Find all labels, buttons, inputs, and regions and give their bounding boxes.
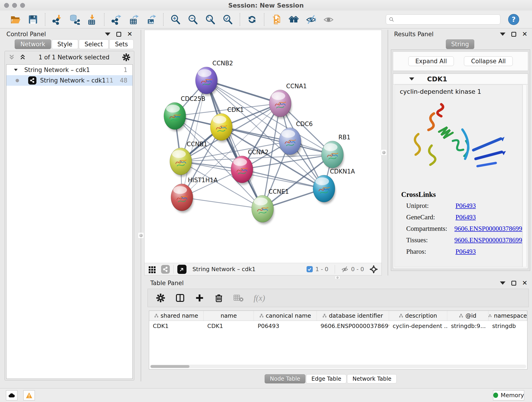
right-splitter[interactable]: [388, 30, 388, 275]
results-actions: Expand All Collapse All: [393, 51, 528, 71]
panel-menu-icon[interactable]: [500, 281, 505, 285]
network-edge-count: 48: [120, 77, 127, 84]
table-row[interactable]: CDK1CDK1P064939606.ENSP00000378699cyclin…: [149, 321, 527, 331]
float-panel-icon[interactable]: [116, 32, 121, 37]
node-label-CCNA1: CCNA1: [286, 83, 307, 89]
table-cell[interactable]: CDK1: [204, 321, 254, 331]
collapse-all-button[interactable]: Collapse All: [464, 56, 513, 66]
search-field[interactable]: [386, 14, 500, 25]
crosslink-value-link[interactable]: P06493: [456, 213, 476, 221]
gear-icon[interactable]: [122, 53, 130, 61]
table-cell[interactable]: stringdb:9...: [447, 321, 488, 331]
table-cell[interactable]: stringdb: [488, 321, 527, 331]
import-table-file-button[interactable]: [86, 13, 98, 26]
selected-items-checkbox[interactable]: [307, 266, 313, 272]
tab-select[interactable]: Select: [79, 39, 109, 49]
search-input[interactable]: [396, 16, 497, 23]
node-HIST1H1A[interactable]: HIST1H1A: [171, 177, 218, 213]
table-settings-gear-icon[interactable]: [156, 293, 165, 303]
export-network-button[interactable]: [110, 13, 122, 26]
import-network-database-button[interactable]: [69, 13, 81, 26]
section-expander-icon[interactable]: [409, 77, 414, 80]
tab-network-table[interactable]: Network Table: [347, 374, 397, 383]
column-header-canonical-name[interactable]: canonical name: [254, 311, 317, 321]
edge-HIST1H1A-CCNE1[interactable]: [182, 197, 263, 209]
column-header-name[interactable]: name: [204, 311, 254, 321]
close-panel-icon[interactable]: ✕: [522, 280, 527, 286]
delete-column-icon[interactable]: [214, 293, 223, 303]
table-cell[interactable]: P06493: [254, 321, 317, 331]
memory-button[interactable]: Memory: [493, 390, 524, 400]
expand-all-icon[interactable]: [19, 54, 26, 61]
cloud-button[interactable]: [6, 390, 17, 400]
column-header--id[interactable]: @id: [447, 311, 488, 321]
collapse-all-icon[interactable]: [8, 54, 15, 61]
column-header-database-identifier[interactable]: database identifier: [317, 311, 389, 321]
crosslink-value-link[interactable]: P06493: [456, 248, 476, 255]
tab-edge-table[interactable]: Edge Table: [306, 374, 346, 383]
right-splitter-handle[interactable]: [381, 149, 387, 155]
export-image-button[interactable]: [145, 13, 157, 26]
gene-section-header[interactable]: CDK1: [393, 74, 528, 84]
close-panel-icon[interactable]: ✕: [522, 31, 527, 37]
crosslink-value-link[interactable]: P06493: [456, 202, 476, 210]
network-row[interactable]: String Network – cdk1 11 48: [6, 75, 133, 86]
import-network-file-button[interactable]: [51, 13, 63, 26]
zoom-out-button[interactable]: [187, 13, 199, 26]
export-table-button[interactable]: [128, 13, 140, 26]
show-columns-icon[interactable]: [175, 293, 185, 303]
float-panel-icon[interactable]: [511, 281, 516, 286]
edge-CCNB2-CCNE1[interactable]: [206, 80, 263, 209]
zoom-fit-button[interactable]: [204, 13, 216, 26]
tab-sets[interactable]: Sets: [109, 39, 133, 49]
left-splitter[interactable]: [141, 30, 141, 381]
network-canvas[interactable]: CCNB2CCNA1CDC25BCDK1CDC6RB1CCNB1CCNA2CDK…: [145, 30, 381, 263]
open-session-button[interactable]: [10, 13, 22, 26]
column-header-shared-name[interactable]: shared name: [149, 311, 204, 321]
node-CCNA1[interactable]: CCNA1: [269, 83, 307, 119]
open-folder-icon: [10, 14, 21, 25]
table-hscrollbar[interactable]: [150, 365, 526, 368]
node-RB1[interactable]: RB1: [322, 134, 350, 170]
panel-menu-icon[interactable]: [500, 32, 505, 36]
zoom-in-button[interactable]: [170, 13, 181, 26]
column-header-description[interactable]: description: [389, 311, 447, 321]
node-CCNE1[interactable]: CCNE1: [252, 188, 289, 224]
node-CCNB1[interactable]: CCNB1: [170, 141, 207, 177]
network-graph[interactable]: CCNB2CCNA1CDC25BCDK1CDC6RB1CCNB1CCNA2CDK…: [145, 30, 381, 263]
network-collection-row[interactable]: String Network – cdk1 1: [6, 65, 133, 75]
left-splitter-handle[interactable]: [138, 232, 144, 238]
save-session-button[interactable]: [27, 13, 39, 26]
copy-network-button[interactable]: [270, 13, 282, 26]
column-header-namespace[interactable]: namespace: [488, 311, 527, 321]
first-neighbors-button[interactable]: [288, 13, 300, 26]
results-scrollbar[interactable]: [523, 85, 526, 267]
tab-network[interactable]: Network: [15, 39, 51, 49]
node-CDKN1A[interactable]: CDKN1A: [313, 168, 355, 204]
close-panel-icon[interactable]: ✕: [127, 31, 133, 37]
table-cell[interactable]: 9606.ENSP00000378699: [317, 321, 389, 331]
warnings-button[interactable]: [23, 390, 35, 400]
grid-view-icon[interactable]: [148, 265, 156, 273]
add-column-icon[interactable]: [195, 293, 204, 303]
table-cell[interactable]: CDK1: [149, 321, 204, 331]
open-in-window-icon[interactable]: [177, 265, 186, 274]
tab-node-table[interactable]: Node Table: [265, 374, 305, 383]
tree-expander-icon[interactable]: [13, 67, 18, 72]
table-cell[interactable]: cyclin-dependent ...: [389, 321, 447, 331]
fit-selected-icon[interactable]: [369, 265, 378, 274]
help-button[interactable]: ?: [508, 14, 519, 25]
crosslink-value-link[interactable]: 9606.ENSP00000378699: [454, 225, 522, 232]
tab-string[interactable]: String: [446, 39, 474, 49]
zoom-selected-button[interactable]: [222, 13, 234, 26]
panel-menu-icon[interactable]: [105, 32, 110, 36]
crosslink-value-link[interactable]: 9606.ENSP00000378699: [454, 236, 522, 244]
hide-selected-button[interactable]: [305, 13, 317, 26]
expand-all-button[interactable]: Expand All: [408, 56, 454, 66]
apply-style-button[interactable]: [246, 13, 258, 26]
float-panel-icon[interactable]: [511, 32, 516, 37]
node-CCNB2[interactable]: CCNB2: [196, 60, 233, 96]
tab-style[interactable]: Style: [52, 39, 78, 49]
show-all-button[interactable]: [323, 13, 335, 26]
node-CCNA2[interactable]: CCNA2: [231, 149, 268, 185]
